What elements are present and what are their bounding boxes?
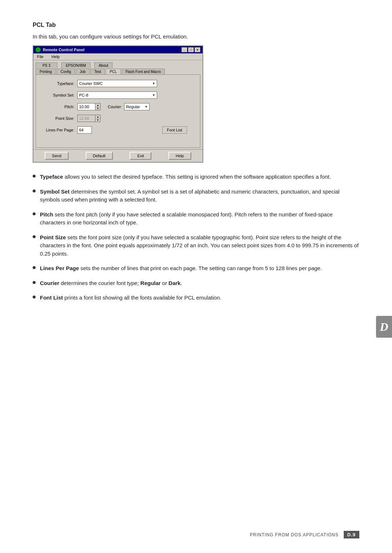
bullet-text-symbol-set: Symbol Set determines the symbol set. A …	[40, 188, 359, 204]
pitch-input[interactable]: 10.00	[77, 103, 95, 110]
lines-per-page-value: 64	[79, 128, 83, 132]
bullet-dot	[33, 190, 36, 192]
bullet-dot	[33, 212, 36, 215]
send-button[interactable]: Send	[45, 152, 69, 160]
menu-bar: File Help	[33, 53, 203, 60]
point-size-spinner[interactable]: 12.00 ▲ ▼	[77, 115, 101, 122]
tab-ps3[interactable]: PS 3	[36, 62, 57, 68]
symbol-set-dropdown-arrow[interactable]: ▼	[152, 93, 155, 97]
default-button[interactable]: Default	[86, 152, 113, 160]
courier-select[interactable]: Regular ▼	[124, 103, 150, 110]
typeface-value: Courier SWC	[79, 81, 103, 86]
point-size-label: Point Size:	[42, 116, 74, 121]
pitch-row: Pitch: 10.00 ▲ ▼ Courier: Regular ▼	[42, 103, 194, 110]
intro-paragraph: In this tab, you can configure various s…	[33, 33, 359, 40]
tab-flash-font-macro[interactable]: Flash Font and Macro	[122, 69, 165, 74]
footer-page-badge: D.9	[344, 531, 359, 538]
point-size-down-arrow[interactable]: ▼	[95, 119, 100, 122]
footer-label: Printing From DOS Applications	[250, 532, 338, 537]
typeface-dropdown-arrow[interactable]: ▼	[152, 82, 155, 85]
courier-label: Courier:	[108, 105, 122, 109]
tab-job[interactable]: Job	[76, 69, 90, 74]
help-button[interactable]: Help	[168, 152, 191, 160]
lines-per-page-input[interactable]: 64	[77, 126, 92, 134]
menu-file[interactable]: File	[36, 54, 45, 59]
maximize-button[interactable]: □	[188, 47, 194, 52]
pitch-value: 10.00	[79, 105, 89, 109]
minimize-button[interactable]: _	[181, 47, 187, 52]
page-footer: Printing From DOS Applications D.9	[250, 531, 359, 538]
courier-section: Courier: Regular ▼	[108, 103, 150, 110]
exit-button[interactable]: Exit	[130, 152, 151, 160]
tab-epson-ibm[interactable]: EPSON/IBM	[61, 62, 90, 68]
list-item-symbol-set: Symbol Set determines the symbol set. A …	[33, 188, 359, 204]
list-item-pitch: Pitch sets the font pitch (only if you h…	[33, 211, 359, 227]
font-list-button[interactable]: Font List	[162, 126, 187, 134]
menu-help[interactable]: Help	[50, 54, 61, 59]
typeface-select[interactable]: Courier SWC ▼	[77, 80, 157, 87]
typeface-label: Typeface:	[42, 81, 74, 86]
bullet-dot	[33, 175, 36, 178]
courier-dropdown-arrow[interactable]: ▼	[144, 105, 148, 109]
symbol-set-row: Symbol Set: PC-8 ▼	[42, 92, 194, 99]
window-footer: Send Default Exit Help	[33, 149, 203, 162]
remote-control-panel-window: Remote Control Panel _ □ × File Help PS …	[33, 45, 203, 163]
list-item-font-list: Font List prints a font list showing all…	[33, 294, 359, 302]
list-item-typeface: Typeface allows you to select the desire…	[33, 173, 359, 181]
tab-test[interactable]: Test	[90, 69, 105, 74]
section-title: PCL Tab	[33, 22, 359, 28]
bullet-text-courier: Courier determines the courier font type…	[40, 279, 182, 288]
pitch-down-arrow[interactable]: ▼	[95, 107, 100, 110]
tab-about[interactable]: About	[94, 62, 113, 68]
close-button[interactable]: ×	[195, 47, 200, 52]
bullet-text-typeface: Typeface allows you to select the desire…	[40, 173, 331, 181]
lines-per-page-row: Lines Per Page: 64 Font List	[42, 126, 194, 134]
list-item-courier: Courier determines the courier font type…	[33, 279, 359, 288]
point-size-spin-arrows[interactable]: ▲ ▼	[95, 115, 101, 122]
pitch-spinner[interactable]: 10.00 ▲ ▼	[77, 103, 101, 110]
point-size-value: 12.00	[79, 116, 89, 121]
bullet-text-pitch: Pitch sets the font pitch (only if you h…	[40, 211, 359, 227]
typeface-row: Typeface: Courier SWC ▼	[42, 80, 194, 87]
list-item-point-size: Point Size sets the font point size (onl…	[33, 233, 359, 258]
bullet-text-lines-per-page: Lines Per Page sets the number of lines …	[40, 264, 322, 273]
symbol-set-label: Symbol Set:	[42, 93, 74, 97]
bullet-dot	[33, 281, 36, 284]
bullet-dot	[33, 235, 36, 238]
bullet-text-point-size: Point Size sets the font point size (onl…	[40, 233, 359, 258]
symbol-set-value: PC-8	[79, 93, 88, 97]
window-controls[interactable]: _ □ ×	[181, 47, 200, 52]
bullet-list: Typeface allows you to select the desire…	[33, 173, 359, 302]
bullet-text-font-list: Font List prints a font list showing all…	[40, 294, 221, 302]
pitch-up-arrow[interactable]: ▲	[95, 103, 100, 107]
titlebar-left: Remote Control Panel	[36, 47, 85, 52]
window-title: Remote Control Panel	[43, 48, 85, 52]
courier-value: Regular	[126, 105, 140, 109]
point-size-row: Point Size: 12.00 ▲ ▼	[42, 115, 194, 122]
window-app-icon	[36, 47, 41, 52]
tab-pcl[interactable]: PCL	[106, 69, 121, 74]
sidebar-d-tab: D	[376, 316, 392, 338]
tab-config[interactable]: Config	[57, 69, 75, 74]
window-titlebar: Remote Control Panel _ □ ×	[33, 46, 203, 53]
lines-per-page-label: Lines Per Page:	[42, 128, 74, 132]
point-size-up-arrow[interactable]: ▲	[95, 115, 100, 119]
symbol-set-select[interactable]: PC-8 ▼	[77, 92, 157, 99]
bullet-dot	[33, 266, 36, 269]
pitch-spin-arrows[interactable]: ▲ ▼	[95, 103, 101, 110]
tab-printing[interactable]: Printing	[36, 69, 56, 74]
list-item-lines-per-page: Lines Per Page sets the number of lines …	[33, 264, 359, 273]
pitch-label: Pitch:	[42, 105, 74, 109]
point-size-input[interactable]: 12.00	[77, 115, 95, 122]
sidebar-d-letter: D	[380, 320, 388, 334]
bullet-dot	[33, 296, 36, 298]
